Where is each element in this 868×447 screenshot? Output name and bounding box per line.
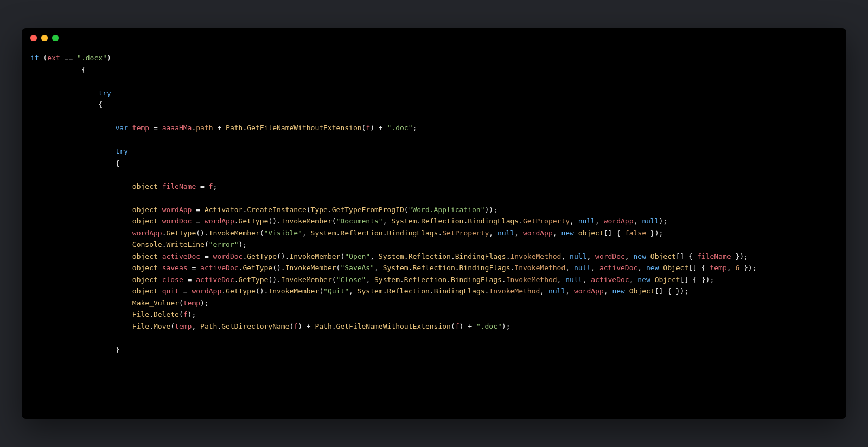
enum-getproperty: GetProperty [523, 217, 570, 225]
fn-invokemember: InvokeMember [268, 287, 319, 295]
fn-writeline: WriteLine [166, 240, 204, 248]
type-path: Path [226, 124, 242, 132]
close-icon[interactable] [30, 35, 37, 41]
type-bindingflags: BindingFlags [468, 217, 519, 225]
fn-gettype: GetType [247, 252, 277, 260]
type-Object: Object [655, 276, 680, 284]
enum-setproperty: SetProperty [442, 229, 489, 237]
keyword-new: new [561, 229, 573, 237]
ident-wordApp: wordApp [205, 217, 234, 225]
type-Object: Object [650, 252, 676, 260]
minimize-icon[interactable] [41, 35, 48, 41]
ident-wordApp: wordApp [523, 229, 553, 237]
string-close: "Close" [336, 276, 366, 284]
ns-system: System [358, 287, 383, 295]
null-literal: null [570, 252, 586, 260]
number-six: 6 [735, 264, 739, 272]
string-quit: "Quit" [323, 287, 349, 295]
type-Object: Object [663, 264, 688, 272]
type-object: object [132, 287, 158, 295]
null-literal: null [548, 287, 565, 295]
fn-getdirectoryname: GetDirectoryName [221, 322, 289, 330]
enum-invokemethod: InvokeMethod [506, 276, 557, 284]
type-file: File [132, 322, 149, 330]
ident-close: close [162, 276, 183, 284]
type-console: Console [132, 240, 162, 248]
ident-activeDoc: activeDoc [196, 276, 234, 284]
ident-temp: temp [132, 124, 149, 132]
fn-gettype: GetType [226, 287, 256, 295]
bool-false: false [625, 229, 646, 237]
type-object: object [132, 276, 158, 284]
fn-invokemember: InvokeMember [285, 264, 336, 272]
string-doc: ".doc" [476, 322, 502, 330]
ns-reflection: Reflection [404, 276, 446, 284]
ident-temp: temp [183, 299, 200, 307]
ns-system: System [379, 252, 404, 260]
type-Object: Object [629, 287, 655, 295]
ident-saveas: saveas [162, 264, 188, 272]
null-literal: null [565, 276, 582, 284]
ident-wordApp: wordApp [192, 287, 221, 295]
ident-activeDoc: activeDoc [200, 264, 238, 272]
fn-move: Move [154, 322, 170, 330]
ident-activeDoc: activeDoc [591, 276, 629, 284]
ns-system: System [374, 276, 400, 284]
type-bindingflags: BindingFlags [434, 287, 485, 295]
ident-f: f [455, 322, 459, 330]
type-bindingflags: BindingFlags [387, 229, 438, 237]
ident-wordApp: wordApp [162, 206, 192, 214]
ident-temp: temp [175, 322, 192, 330]
ns-reflection: Reflection [409, 252, 451, 260]
keyword-try: try [98, 89, 111, 97]
ident-activeDoc: activeDoc [599, 264, 637, 272]
ns-reflection: Reflection [387, 287, 430, 295]
ns-reflection: Reflection [340, 229, 382, 237]
null-literal: null [642, 217, 659, 225]
keyword-new: new [637, 276, 650, 284]
ns-system: System [311, 229, 336, 237]
ident-wordApp: wordApp [604, 217, 634, 225]
ident-wordDoc: wordDoc [213, 252, 243, 260]
null-literal: null [497, 229, 514, 237]
ident-f: f [366, 124, 370, 132]
fn-invokemember: InvokeMember [281, 217, 332, 225]
fn-delete: Delete [154, 310, 179, 318]
type-object: object [132, 217, 158, 225]
ident-fileName: fileName [697, 252, 731, 260]
ns-reflection: Reflection [412, 264, 455, 272]
code-window: if (ext == ".docx") { try { var temp = a… [22, 28, 846, 419]
fn-gettype: GetType [239, 217, 269, 225]
ident-ext: ext [47, 54, 60, 62]
type-object: object [132, 264, 158, 272]
ident-wordDoc: wordDoc [162, 217, 192, 225]
fn-getfilename: GetFileNameWithoutExtension [247, 124, 361, 132]
fn-gettype: GetType [242, 264, 272, 272]
type-bindingflags: BindingFlags [451, 276, 502, 284]
ident-quit: quit [162, 287, 179, 295]
code-editor-content: if (ext == ".docx") { try { var temp = a… [22, 48, 846, 364]
string-open: "Open" [344, 252, 370, 260]
string-doc: ".doc" [387, 124, 413, 132]
fn-invokemember: InvokeMember [209, 229, 260, 237]
type-object: object [132, 182, 158, 190]
zoom-icon[interactable] [52, 35, 59, 41]
string-visible: "Visible" [264, 229, 302, 237]
keyword-new: new [646, 264, 659, 272]
ident-activeDoc: activeDoc [162, 252, 200, 260]
string-saveas: "SaveAs" [340, 264, 374, 272]
null-literal: null [574, 264, 591, 272]
type-path: Path [315, 322, 331, 330]
ident-wordApp: wordApp [132, 229, 162, 237]
fn-invokemember: InvokeMember [281, 276, 332, 284]
enum-invokemethod: InvokeMethod [489, 287, 540, 295]
type-bindingflags: BindingFlags [459, 264, 510, 272]
keyword-try: try [116, 147, 128, 155]
ident-wordApp: wordApp [574, 287, 604, 295]
ident-wordDoc: wordDoc [595, 252, 625, 260]
fn-gettype: GetType [166, 229, 196, 237]
ident-temp: temp [710, 264, 726, 272]
fn-makevulner: Make_Vulner [132, 299, 179, 307]
fn-invokemember: InvokeMember [289, 252, 340, 260]
ident-path: path [196, 124, 213, 132]
